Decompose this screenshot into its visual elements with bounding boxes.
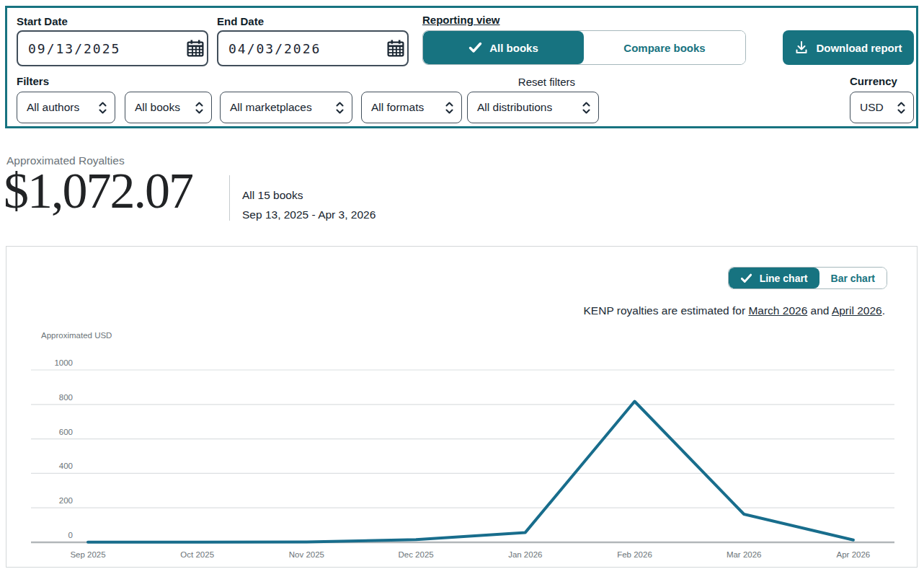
kenp-estimate-note: KENP royalties are estimated for March 2…	[584, 304, 885, 317]
books-filter-dropdown[interactable]: All books	[125, 92, 212, 123]
chevron-updown-icon	[897, 100, 906, 115]
line-chart-toggle-label: Line chart	[760, 273, 808, 284]
march-2026-link[interactable]: March 2026	[748, 304, 807, 317]
currency-label: Currency	[850, 75, 897, 87]
chevron-updown-icon	[195, 100, 204, 115]
all-books-toggle[interactable]: All books	[423, 31, 584, 64]
y-tick-label: 0	[68, 531, 73, 539]
all-books-toggle-label: All books	[489, 42, 538, 54]
currency-value: USD	[860, 101, 884, 114]
x-tick-label: Nov 2025	[289, 550, 324, 559]
x-tick-label: Jan 2026	[508, 550, 542, 559]
x-tick-label: Apr 2026	[837, 550, 871, 559]
x-tick-label: Sep 2025	[70, 550, 105, 559]
y-axis-title: Approximated USD	[41, 331, 112, 340]
x-tick-label: Dec 2025	[398, 550, 433, 559]
y-tick-label: 400	[59, 462, 73, 470]
royalties-chart: 02004006008001000Sep 2025Oct 2025Nov 202…	[6, 348, 916, 565]
books-filter-value: All books	[135, 101, 180, 114]
marketplaces-filter-value: All marketplaces	[230, 101, 312, 114]
april-2026-link[interactable]: April 2026	[832, 304, 882, 317]
reporting-view-toggle: All books Compare books	[422, 30, 746, 65]
summary-books-count: All 15 books	[242, 189, 303, 202]
download-report-label: Download report	[816, 42, 902, 54]
end-date-calendar-icon[interactable]	[386, 39, 405, 58]
y-tick-label: 1000	[54, 358, 73, 367]
chart-type-toggle: Line chart Bar chart	[728, 267, 887, 289]
end-date-input[interactable]	[217, 30, 409, 66]
y-tick-label: 800	[59, 393, 73, 402]
note-text: and	[807, 304, 832, 317]
x-tick-label: Mar 2026	[727, 550, 762, 559]
compare-books-toggle[interactable]: Compare books	[584, 31, 745, 64]
authors-filter-dropdown[interactable]: All authors	[17, 92, 115, 123]
bar-chart-toggle[interactable]: Bar chart	[819, 268, 887, 288]
bar-chart-toggle-label: Bar chart	[831, 273, 875, 284]
chevron-updown-icon	[445, 100, 454, 115]
note-text: KENP royalties are estimated for	[584, 304, 749, 317]
chevron-updown-icon	[335, 100, 345, 115]
compare-books-toggle-label: Compare books	[623, 42, 705, 54]
check-icon	[740, 273, 752, 283]
formats-filter-dropdown[interactable]: All formats	[361, 92, 462, 123]
royalties-amount: $1,072.07	[4, 164, 192, 218]
reporting-view-label: Reporting view	[422, 14, 500, 26]
formats-filter-value: All formats	[371, 101, 424, 114]
royalties-chart-panel: Line chart Bar chart KENP royalties are …	[6, 246, 918, 568]
summary-date-range: Sep 13, 2025 - Apr 3, 2026	[242, 208, 376, 221]
x-tick-label: Oct 2025	[180, 550, 214, 559]
line-chart-toggle[interactable]: Line chart	[729, 268, 819, 288]
royalties-line-series	[88, 402, 853, 542]
y-tick-label: 200	[59, 496, 73, 505]
note-text: .	[882, 304, 885, 317]
distributions-filter-value: All distributions	[477, 101, 552, 114]
report-controls-panel: Start Date End Date Reporting view All b…	[5, 6, 918, 128]
distributions-filter-dropdown[interactable]: All distributions	[467, 92, 599, 123]
currency-dropdown[interactable]: USD	[850, 92, 914, 123]
check-icon	[468, 42, 482, 53]
authors-filter-value: All authors	[27, 101, 79, 114]
summary-divider	[229, 175, 230, 221]
start-date-calendar-icon[interactable]	[186, 39, 205, 58]
marketplaces-filter-dropdown[interactable]: All marketplaces	[220, 92, 352, 123]
reset-filters-link[interactable]: Reset filters	[468, 76, 575, 88]
start-date-input[interactable]	[17, 30, 208, 66]
x-tick-label: Feb 2026	[617, 550, 652, 559]
end-date-label: End Date	[217, 15, 264, 27]
chevron-updown-icon	[582, 100, 591, 115]
download-icon	[794, 40, 809, 55]
start-date-label: Start Date	[17, 15, 68, 27]
y-tick-label: 600	[59, 428, 73, 436]
chevron-updown-icon	[98, 100, 107, 115]
download-report-button[interactable]: Download report	[783, 30, 914, 65]
filters-label: Filters	[17, 75, 49, 87]
